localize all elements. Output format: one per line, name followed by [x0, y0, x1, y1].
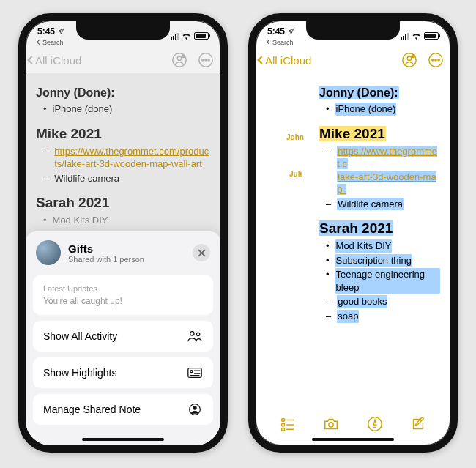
back-button[interactable]: All iCloud: [259, 54, 311, 67]
svg-point-7: [190, 332, 195, 336]
svg-point-18: [435, 59, 436, 61]
wifi-icon: [182, 32, 191, 40]
row-label: Show All Activity: [43, 330, 117, 342]
svg-point-22: [281, 428, 284, 431]
close-icon: [198, 249, 206, 257]
svg-point-17: [432, 59, 434, 61]
home-indicator[interactable]: [82, 438, 164, 441]
list-item: good books: [337, 295, 387, 308]
updates-card: Latest Updates You're all caught up!: [33, 275, 213, 315]
checklist-icon: [280, 416, 296, 432]
wifi-icon: [412, 32, 421, 40]
manage-shared-button[interactable]: Manage Shared Note: [33, 394, 213, 425]
compose-button[interactable]: [410, 416, 426, 432]
section-jonny-title: Jonny (Done):: [319, 86, 440, 100]
checklist-button[interactable]: [280, 416, 296, 432]
phone-left: 5:45 Search All iCloud: [18, 13, 228, 453]
note-content[interactable]: Jonny (Done): iPhone (done) John Mike 20…: [256, 73, 450, 445]
show-highlights-button[interactable]: Show Highlights: [33, 357, 213, 388]
location-icon: [57, 28, 64, 35]
list-item: Subscription thing: [335, 254, 412, 267]
show-activity-button[interactable]: Show All Activity: [33, 321, 213, 352]
list-item: Teenage engineering bleep: [335, 268, 440, 294]
battery-icon: [194, 32, 209, 40]
updates-label: Latest Updates: [43, 284, 97, 293]
svg-point-23: [329, 423, 333, 427]
compose-icon: [410, 416, 426, 432]
status-time: 5:45: [37, 26, 55, 37]
more-button[interactable]: [427, 51, 445, 69]
camera-icon: [323, 416, 339, 432]
ellipsis-circle-icon: [428, 52, 444, 68]
attribution-juli: Juli: [289, 170, 302, 178]
chevron-left-icon: [257, 56, 265, 64]
attribution-john: John: [286, 133, 304, 141]
section-sarah-title: Sarah 2021: [319, 220, 440, 237]
updates-message: You're all caught up!: [43, 296, 122, 306]
list-item: iPhone (done): [335, 103, 397, 116]
list-item: soap: [337, 310, 359, 323]
signal-icon: [171, 32, 179, 40]
nav-bar: All iCloud: [256, 47, 450, 73]
home-indicator[interactable]: [312, 438, 394, 441]
sheet-title: Gifts: [68, 242, 144, 255]
list-item: Mod Kits DIY: [335, 239, 393, 253]
svg-point-20: [281, 418, 284, 421]
share-sheet: Gifts Shared with 1 person Latest Update…: [26, 231, 220, 445]
signal-icon: [401, 32, 409, 40]
row-label: Show Highlights: [43, 367, 116, 379]
close-button[interactable]: [193, 244, 210, 261]
bottom-toolbar: [256, 412, 450, 437]
notch: [306, 21, 400, 40]
link-item[interactable]: https://www.thegrommet.clake-art-3d-wood…: [337, 145, 440, 196]
svg-point-21: [281, 423, 284, 426]
section-mike-title: Mike 2021: [319, 126, 440, 142]
markup-icon: [367, 416, 383, 432]
notch: [76, 21, 170, 40]
collaborate-button[interactable]: [401, 51, 418, 69]
person-circle-icon: [187, 403, 203, 416]
highlights-icon: [187, 366, 203, 379]
svg-point-8: [196, 333, 199, 335]
avatar: [36, 240, 61, 265]
back-label: All iCloud: [265, 54, 311, 67]
svg-point-15: [412, 54, 416, 59]
svg-point-14: [407, 56, 412, 61]
markup-button[interactable]: [367, 416, 383, 432]
camera-button[interactable]: [323, 416, 339, 432]
svg-point-12: [193, 406, 196, 409]
phone-right: 5:45 Search All iCloud: [248, 13, 458, 453]
people-icon: [187, 330, 203, 343]
breadcrumb-search[interactable]: Search: [37, 39, 64, 46]
svg-point-10: [190, 371, 193, 373]
status-time: 5:45: [267, 26, 285, 37]
svg-rect-9: [188, 368, 201, 378]
breadcrumb-search[interactable]: Search: [267, 39, 294, 46]
person-badge-icon: [401, 52, 417, 68]
sheet-subtitle: Shared with 1 person: [68, 255, 144, 264]
row-label: Manage Shared Note: [43, 404, 141, 415]
svg-point-19: [438, 59, 439, 61]
list-item: Wildlife camera: [337, 198, 404, 211]
location-icon: [287, 28, 294, 35]
battery-icon: [424, 32, 439, 40]
